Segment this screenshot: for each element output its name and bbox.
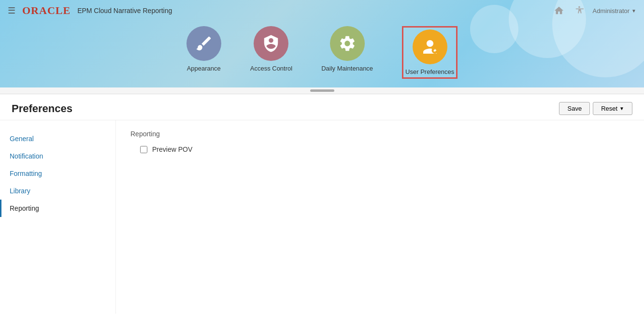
sidebar-item-notification[interactable]: Notification — [0, 147, 115, 165]
oracle-logo: ORACLE — [22, 4, 71, 17]
main-actions: Save Reset ▼ — [559, 102, 632, 115]
admin-button[interactable]: Administrator ▼ — [593, 7, 636, 14]
reset-label: Reset — [601, 105, 617, 112]
header: ☰ ORACLE EPM Cloud Narrative Reporting A… — [0, 0, 644, 87]
reset-chevron-icon: ▼ — [619, 106, 624, 111]
nav-item-daily-maintenance[interactable]: Daily Maintenance — [321, 26, 373, 79]
header-right: Administrator ▼ — [552, 4, 636, 17]
preview-pov-label[interactable]: Preview POV — [152, 145, 192, 153]
nav-item-user-preferences[interactable]: User Preferences — [402, 26, 458, 79]
content-area: General Notification Formatting Library … — [0, 120, 644, 314]
sidebar-item-general[interactable]: General — [0, 130, 115, 147]
drag-bar — [310, 89, 334, 92]
accessibility-icon[interactable] — [572, 4, 586, 17]
svg-point-0 — [578, 6, 580, 8]
daily-maintenance-label: Daily Maintenance — [321, 65, 373, 72]
user-preferences-icon-circle — [413, 29, 447, 64]
nav-icons: Appearance Access Control Daily Maintena… — [0, 21, 644, 87]
preview-pov-checkbox[interactable] — [140, 146, 147, 153]
section-title: Reporting — [130, 130, 630, 138]
app-title: EPM Cloud Narrative Reporting — [77, 7, 172, 14]
access-control-icon-circle — [254, 26, 288, 61]
page-title: Preferences — [12, 102, 72, 115]
admin-chevron-icon: ▼ — [631, 8, 636, 14]
main-panel: Reporting Preview POV — [116, 120, 644, 314]
reset-button[interactable]: Reset ▼ — [593, 102, 632, 115]
hamburger-icon[interactable]: ☰ — [8, 5, 15, 16]
drag-handle[interactable] — [0, 87, 644, 94]
header-top: ☰ ORACLE EPM Cloud Narrative Reporting A… — [0, 0, 644, 21]
appearance-label: Appearance — [187, 65, 221, 72]
sidebar-item-library[interactable]: Library — [0, 182, 115, 200]
user-preferences-label: User Preferences — [405, 68, 454, 75]
save-button[interactable]: Save — [559, 102, 590, 115]
preview-pov-row: Preview POV — [140, 145, 630, 153]
main-content: Preferences Save Reset ▼ General Notific… — [0, 94, 644, 314]
sidebar-item-formatting[interactable]: Formatting — [0, 165, 115, 182]
sidebar: General Notification Formatting Library … — [0, 120, 116, 314]
appearance-icon-circle — [186, 26, 221, 61]
nav-item-access-control[interactable]: Access Control — [250, 26, 292, 79]
home-icon[interactable] — [552, 4, 566, 17]
admin-label: Administrator — [593, 7, 630, 14]
main-header: Preferences Save Reset ▼ — [0, 94, 644, 120]
nav-item-appearance[interactable]: Appearance — [186, 26, 221, 79]
sidebar-item-reporting[interactable]: Reporting — [0, 200, 115, 217]
daily-maintenance-icon-circle — [330, 26, 365, 61]
access-control-label: Access Control — [250, 65, 292, 72]
